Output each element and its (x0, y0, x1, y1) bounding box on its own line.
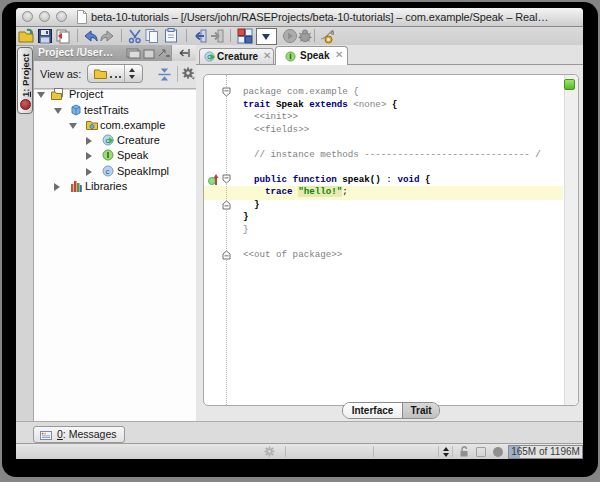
svg-text:c: c (106, 167, 110, 176)
svg-text:c: c (106, 136, 110, 145)
